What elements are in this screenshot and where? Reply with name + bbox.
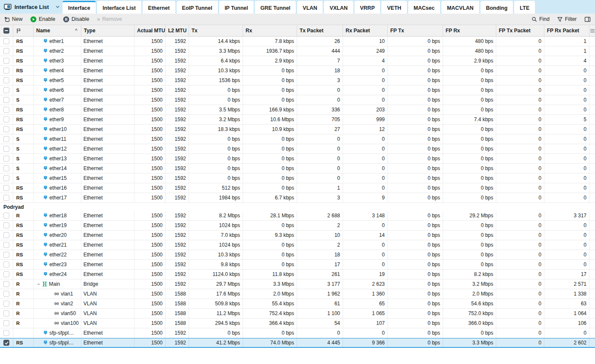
table-row[interactable]: Sether11Ethernet150015920 bps0 bps000 bp…: [0, 134, 595, 144]
table-row[interactable]: Sether6Ethernet150015920 bps0 bps000 bps…: [0, 85, 595, 95]
row-checkbox[interactable]: [3, 222, 9, 228]
table-row[interactable]: RSether22Ethernet1500159210.3 kbps0 bps1…: [0, 250, 595, 260]
table-row[interactable]: Sether7Ethernet150015920 bps0 bps000 bps…: [0, 95, 595, 105]
row-checkbox[interactable]: [3, 165, 9, 171]
row-checkbox[interactable]: [3, 281, 9, 287]
table-row[interactable]: RSether20Ethernet150015927.0 kbps9.3 kbp…: [0, 230, 595, 240]
enable-button[interactable]: Enable: [30, 16, 55, 23]
row-checkbox[interactable]: [3, 195, 9, 201]
remove-button[interactable]: × Remove: [97, 16, 122, 23]
flags-column-header[interactable]: [13, 25, 33, 36]
row-checkbox[interactable]: [3, 97, 9, 103]
table-row[interactable]: RSether5Ethernet150015921536 bps0 bps300…: [0, 76, 595, 85]
tab-interface[interactable]: Interface: [63, 1, 96, 14]
table-row[interactable]: Sether14Ethernet150015920 bps0 bps000 bp…: [0, 164, 595, 173]
filter-button[interactable]: Filter: [557, 16, 577, 22]
col-header-fp-tx-packet[interactable]: FP Tx Packet: [496, 25, 544, 36]
table-row[interactable]: RSether24Ethernet150015921124.0 kbps11.8…: [0, 270, 595, 279]
tab-gre-tunnel[interactable]: GRE Tunnel: [255, 1, 296, 14]
tab-vxlan[interactable]: VXLAN: [324, 1, 353, 14]
row-checkbox[interactable]: [3, 175, 9, 181]
row-checkbox[interactable]: [3, 291, 9, 297]
row-checkbox[interactable]: [3, 107, 9, 113]
col-header-tx[interactable]: Tx: [189, 25, 243, 36]
row-checkbox[interactable]: [3, 252, 9, 258]
column-menu-button[interactable]: [589, 25, 595, 36]
table-row[interactable]: RSether8Ethernet150015923.5 Mbps166.9 kb…: [0, 105, 595, 115]
row-checkbox[interactable]: [3, 320, 9, 326]
table-row[interactable]: Rvlan50VLAN1500158811.2 Mbps752.4 kbps1 …: [0, 309, 595, 318]
tab-bonding[interactable]: Bonding: [481, 1, 513, 14]
table-row[interactable]: RSether1Ethernet1500159214.4 kbps7.8 kbp…: [0, 37, 595, 46]
tab-lte[interactable]: LTE: [514, 1, 535, 14]
col-header-fp-tx[interactable]: FP Tx: [387, 25, 443, 36]
col-header-actual-mtu[interactable]: Actual MTU: [134, 25, 165, 36]
tab-veth[interactable]: VETH: [381, 1, 406, 14]
panel-toggle-button[interactable]: [584, 17, 591, 22]
table-row[interactable]: R−MainBridge1500159229.7 Mbps3.3 Mbps3 1…: [0, 279, 595, 289]
table-row[interactable]: Rvlan2VLAN15001588509.8 kbps55.4 kbps616…: [0, 299, 595, 309]
row-checkbox[interactable]: [3, 136, 9, 142]
tab-ip-tunnel[interactable]: IP Tunnel: [219, 1, 254, 14]
tab-interface-list[interactable]: Interface List: [97, 1, 141, 14]
col-header-l2-mtu[interactable]: L2 MTU: [165, 25, 189, 36]
row-checkbox[interactable]: [3, 126, 9, 132]
row-checkbox[interactable]: [3, 310, 9, 316]
tab-vrrp[interactable]: VRRP: [355, 1, 380, 14]
table-row[interactable]: RSether21Ethernet150015921024 bps0 bps20…: [0, 240, 595, 250]
col-header-name[interactable]: Name^: [33, 25, 81, 36]
row-checkbox[interactable]: [3, 185, 9, 191]
title-dropdown-button[interactable]: [53, 0, 63, 14]
tab-ethernet[interactable]: Ethernet: [143, 1, 175, 14]
table-row[interactable]: Sether13Ethernet150015920 bps0 bps000 bp…: [0, 154, 595, 164]
tab-eoip-tunnel[interactable]: EoIP Tunnel: [177, 1, 218, 14]
select-all-checkbox[interactable]: [3, 28, 9, 34]
table-row[interactable]: RSether9Ethernet150015923.2 Mbps10.6 Mbp…: [0, 115, 595, 125]
row-checkbox[interactable]: [3, 38, 9, 44]
tab-vlan[interactable]: VLAN: [297, 1, 323, 14]
row-checkbox[interactable]: [3, 340, 9, 346]
table-row[interactable]: Rvlan100VLAN15001588294.5 kbps366.4 kbps…: [0, 318, 595, 328]
table-row[interactable]: sfp-sfppl…Ethernet150015920 bps0 bps000 …: [0, 328, 595, 338]
row-checkbox[interactable]: [3, 68, 9, 74]
row-checkbox[interactable]: [3, 213, 9, 219]
col-header-fp-rx-packet[interactable]: FP Rx Packet: [544, 25, 589, 36]
row-checkbox[interactable]: [3, 87, 9, 93]
table-row[interactable]: Rvlan1VLAN1500158817.6 Mbps2.0 Mbps1 962…: [0, 289, 595, 299]
col-header-rx-packet[interactable]: Rx Packet: [343, 25, 387, 36]
col-header-rx[interactable]: Rx: [243, 25, 297, 36]
find-button[interactable]: Find: [532, 16, 549, 22]
select-all-header[interactable]: [0, 25, 13, 36]
table-row[interactable]: RSether10Ethernet1500159218.3 kbps10.9 k…: [0, 125, 595, 134]
row-checkbox[interactable]: [3, 77, 9, 83]
table-row[interactable]: RSether23Ethernet150015929.8 kbps0 bps17…: [0, 260, 595, 270]
tab-macvlan[interactable]: MACVLAN: [441, 1, 479, 14]
collapse-toggle[interactable]: −: [37, 281, 40, 287]
table-row[interactable]: Sether12Ethernet150015920 bps0 bps000 bp…: [0, 144, 595, 154]
table-row[interactable]: RSether2Ethernet150015923.3 Mbps1936.7 k…: [0, 46, 595, 56]
table-row[interactable]: RSether16Ethernet15001592512 bps0 bps100…: [0, 183, 595, 193]
col-header-fp-rx[interactable]: FP Rx: [443, 25, 496, 36]
table-row[interactable]: RSether19Ethernet150015921024 bps0 bps20…: [0, 221, 595, 230]
col-header-type[interactable]: Type: [81, 25, 134, 36]
table-row[interactable]: RSether3Ethernet150015926.4 kbps2.9 kbps…: [0, 56, 595, 66]
table-row[interactable]: RSether17Ethernet150015921984 bps6.7 kbp…: [0, 193, 595, 203]
row-checkbox[interactable]: [3, 146, 9, 152]
tab-macsec[interactable]: MACsec: [408, 1, 440, 14]
table-row[interactable]: Sether15Ethernet150015920 bps0 bps000 bp…: [0, 173, 595, 183]
table-row[interactable]: RSether4Ethernet1500159210.3 kbps0 bps18…: [0, 66, 595, 76]
row-checkbox[interactable]: [3, 48, 9, 54]
table-row[interactable]: RSsfp-sfppl…Ethernet1500159241.2 Mbps74.…: [0, 338, 595, 348]
row-checkbox[interactable]: [3, 117, 9, 122]
col-header-tx-packet[interactable]: Tx Packet: [297, 25, 343, 36]
row-checkbox[interactable]: [3, 271, 9, 277]
row-checkbox[interactable]: [3, 242, 9, 248]
row-checkbox[interactable]: [3, 262, 9, 267]
disable-button[interactable]: Disable: [63, 16, 89, 23]
row-checkbox[interactable]: [3, 58, 9, 64]
row-checkbox[interactable]: [3, 301, 9, 307]
row-checkbox[interactable]: [3, 330, 9, 336]
table-row[interactable]: Rether18Ethernet150015928.2 Mbps28.1 Mbp…: [0, 211, 595, 221]
new-button[interactable]: New: [4, 16, 23, 22]
row-checkbox[interactable]: [3, 156, 9, 162]
